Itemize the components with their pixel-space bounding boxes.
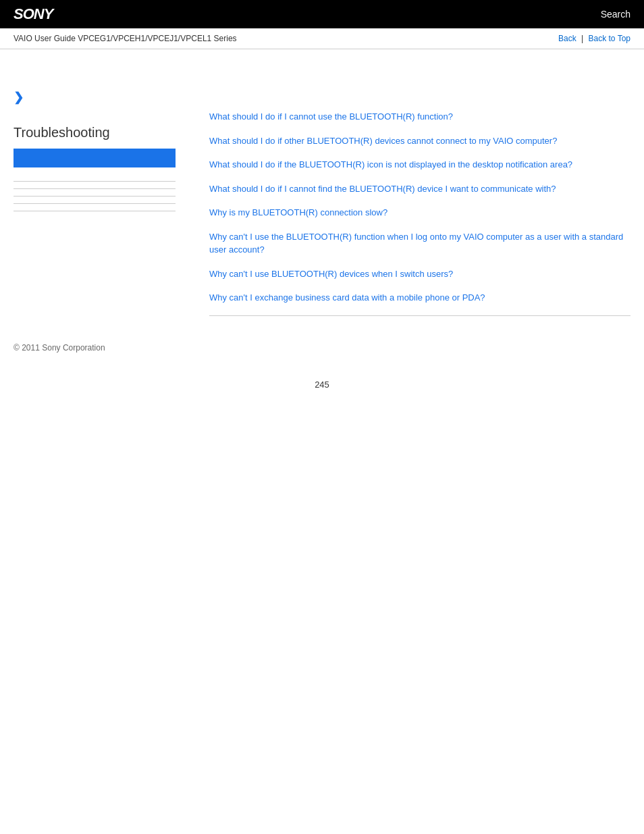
topic-link-8[interactable]: Why can't I exchange business card data …	[209, 291, 630, 305]
sony-logo: SONY	[14, 5, 53, 23]
page-number: 245	[0, 366, 644, 403]
copyright-text: © 2011 Sony Corporation	[14, 343, 105, 353]
sidebar: ❯ Troubleshooting	[14, 63, 209, 316]
topic-link-4[interactable]: What should I do if I cannot find the BL…	[209, 182, 630, 196]
nav-separator: |	[581, 34, 585, 43]
topic-link-2[interactable]: What should I do if other BLUETOOTH(R) d…	[209, 134, 630, 148]
search-button[interactable]: Search	[601, 9, 630, 20]
breadcrumb-text: VAIO User Guide VPCEG1/VPCEH1/VPCEJ1/VPC…	[14, 34, 237, 43]
sidebar-title: Troubleshooting	[14, 125, 189, 140]
footer: © 2011 Sony Corporation	[0, 330, 644, 366]
topic-link-1[interactable]: What should I do if I cannot use the BLU…	[209, 110, 630, 124]
nav-links: Back | Back to Top	[558, 34, 630, 43]
sidebar-highlight	[14, 149, 176, 167]
breadcrumb-bar: VAIO User Guide VPCEG1/VPCEH1/VPCEJ1/VPC…	[0, 28, 644, 49]
chevron-right-icon: ❯	[14, 90, 189, 105]
sidebar-divider-5	[14, 211, 176, 211]
main-content: ❯ Troubleshooting What should I do if I …	[0, 49, 644, 330]
topic-link-3[interactable]: What should I do if the BLUETOOTH(R) ico…	[209, 158, 630, 172]
sidebar-divider-3	[14, 196, 176, 197]
sidebar-divider-1	[14, 181, 176, 182]
topic-link-6[interactable]: Why can't I use the BLUETOOTH(R) functio…	[209, 230, 630, 257]
topic-link-7[interactable]: Why can't I use BLUETOOTH(R) devices whe…	[209, 267, 630, 281]
sidebar-divider-2	[14, 188, 176, 189]
content-divider	[209, 315, 630, 316]
header: SONY Search	[0, 0, 644, 28]
content-area: What should I do if I cannot use the BLU…	[209, 63, 630, 316]
back-to-top-link[interactable]: Back to Top	[589, 34, 630, 43]
back-link[interactable]: Back	[558, 34, 576, 43]
sidebar-divider-4	[14, 203, 176, 204]
topic-link-5[interactable]: Why is my BLUETOOTH(R) connection slow?	[209, 206, 630, 219]
